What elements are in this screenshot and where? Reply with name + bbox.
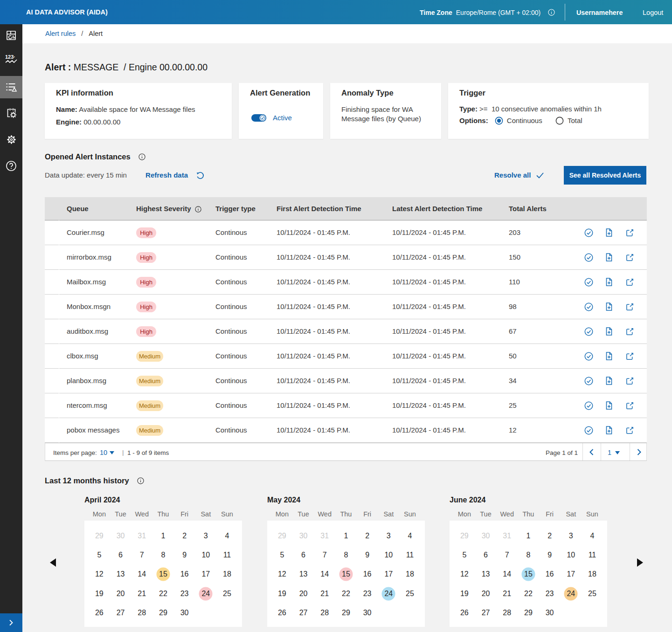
svg-text:123·: 123· <box>5 54 15 60</box>
